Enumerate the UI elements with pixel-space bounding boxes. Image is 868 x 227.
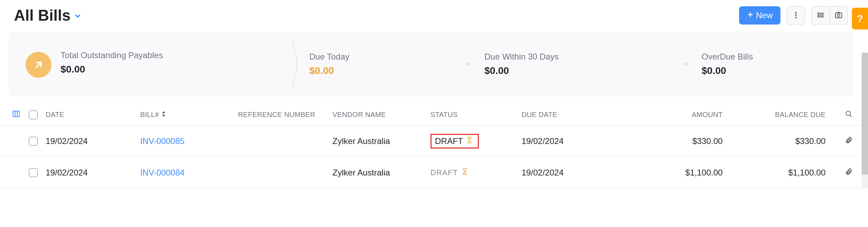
svg-point-2	[795, 12, 797, 13]
more-vertical-icon	[792, 11, 800, 20]
plus-icon	[747, 11, 754, 20]
title-dropdown[interactable]: All Bills	[14, 7, 82, 24]
status-text: DRAFT	[435, 136, 463, 146]
cell-amount: $1,100.00	[633, 168, 731, 178]
cell-vendor: Zylker Australia	[332, 136, 430, 146]
summary-outstanding: Total Outstanding Payables $0.00	[26, 50, 295, 78]
svg-point-10	[818, 16, 819, 17]
camera-icon	[834, 11, 843, 20]
svg-point-4	[795, 16, 797, 18]
header-actions: New	[739, 6, 848, 25]
col-header-date[interactable]: DATE	[46, 111, 140, 119]
due-today-value: $0.00	[309, 65, 349, 76]
col-header-vendor[interactable]: VENDOR NAME	[332, 111, 430, 119]
cell-date: 19/02/2024	[46, 168, 140, 178]
svg-point-9	[818, 15, 819, 15]
divider	[295, 43, 309, 85]
camera-view-button[interactable]	[829, 6, 848, 25]
scrollbar-thumb[interactable]	[862, 53, 868, 175]
columns-icon	[12, 110, 20, 120]
sort-icon	[161, 111, 166, 119]
hourglass-icon	[461, 168, 468, 178]
page-title: All Bills	[14, 7, 70, 24]
table-row[interactable]: 19/02/2024INV-000084Zylker AustraliaDRAF…	[0, 157, 862, 188]
dot-separator	[684, 62, 688, 66]
due-30-value: $0.00	[484, 65, 559, 76]
cell-vendor: Zylker Australia	[332, 168, 430, 178]
summary-due-today: Due Today $0.00	[309, 52, 481, 76]
col-header-due-date[interactable]: DUE DATE	[522, 111, 633, 119]
cell-balance: $1,100.00	[731, 168, 826, 178]
column-settings[interactable]	[12, 110, 29, 120]
svg-line-20	[850, 115, 852, 117]
status-badge: DRAFT	[430, 168, 522, 178]
search-icon	[845, 110, 853, 119]
row-checkbox[interactable]	[29, 137, 46, 146]
due-30-label: Due Within 30 Days	[484, 52, 559, 62]
col-search[interactable]	[826, 110, 853, 119]
arrow-up-right-icon	[26, 52, 51, 78]
list-icon	[817, 11, 825, 20]
col-header-amount[interactable]: AMOUNT	[633, 111, 731, 119]
outstanding-value: $0.00	[61, 64, 163, 75]
cell-status: DRAFT	[430, 134, 522, 149]
cell-attachment[interactable]	[826, 136, 853, 147]
dot-separator	[467, 62, 470, 66]
svg-point-12	[838, 14, 840, 16]
chevron-down-icon	[74, 12, 82, 21]
list-view-button[interactable]	[811, 6, 829, 25]
paperclip-icon	[845, 167, 853, 178]
svg-rect-11	[835, 13, 842, 18]
new-button[interactable]: New	[739, 6, 780, 25]
status-text: DRAFT	[430, 168, 458, 177]
svg-point-3	[795, 14, 797, 15]
help-button[interactable]: ?	[852, 8, 868, 29]
table-row[interactable]: 19/02/2024INV-000085Zylker AustraliaDRAF…	[0, 125, 862, 157]
due-today-label: Due Today	[309, 52, 349, 62]
new-button-label: New	[756, 11, 773, 20]
col-header-reference[interactable]: REFERENCE NUMBER	[238, 111, 333, 119]
cell-amount: $330.00	[633, 136, 731, 146]
svg-marker-17	[162, 111, 165, 113]
cell-due-date: 19/02/2024	[522, 168, 633, 178]
col-header-balance[interactable]: BALANCE DUE	[731, 111, 826, 119]
vertical-scrollbar[interactable]	[862, 53, 868, 188]
svg-point-8	[818, 13, 819, 14]
cell-bill: INV-000085	[140, 136, 238, 146]
cell-balance: $330.00	[731, 136, 826, 146]
col-header-bill[interactable]: BILL#	[140, 111, 238, 119]
paperclip-icon	[845, 136, 853, 147]
more-menu-button[interactable]	[787, 6, 805, 25]
view-toggle-group	[811, 6, 848, 25]
bill-link[interactable]: INV-000084	[140, 168, 185, 178]
table-header-row: DATE BILL# REFERENCE NUMBER VENDOR NAME …	[0, 104, 862, 125]
summary-overdue: OverDue Bills $0.00	[702, 52, 753, 76]
summary-card: Total Outstanding Payables $0.00 Due Tod…	[9, 32, 853, 96]
cell-date: 19/02/2024	[46, 136, 140, 146]
page-header: All Bills New	[0, 0, 862, 32]
select-all-checkbox[interactable]	[29, 110, 46, 119]
summary-due-30: Due Within 30 Days $0.00	[484, 52, 698, 76]
outstanding-label: Total Outstanding Payables	[61, 50, 163, 60]
status-badge-highlighted: DRAFT	[430, 134, 479, 149]
hourglass-icon	[466, 136, 473, 146]
bill-link[interactable]: INV-000085	[140, 136, 185, 146]
overdue-value: $0.00	[702, 65, 753, 76]
cell-bill: INV-000084	[140, 168, 238, 178]
overdue-label: OverDue Bills	[702, 52, 753, 62]
cell-status: DRAFT	[430, 168, 522, 178]
question-icon: ?	[857, 13, 863, 24]
col-header-bill-label: BILL#	[140, 111, 159, 119]
col-header-status[interactable]: STATUS	[430, 111, 522, 119]
cell-attachment[interactable]	[826, 167, 853, 178]
row-checkbox[interactable]	[29, 168, 46, 177]
cell-due-date: 19/02/2024	[522, 136, 633, 146]
bills-table: DATE BILL# REFERENCE NUMBER VENDOR NAME …	[0, 104, 862, 188]
svg-rect-14	[13, 111, 19, 117]
svg-marker-18	[162, 115, 165, 117]
